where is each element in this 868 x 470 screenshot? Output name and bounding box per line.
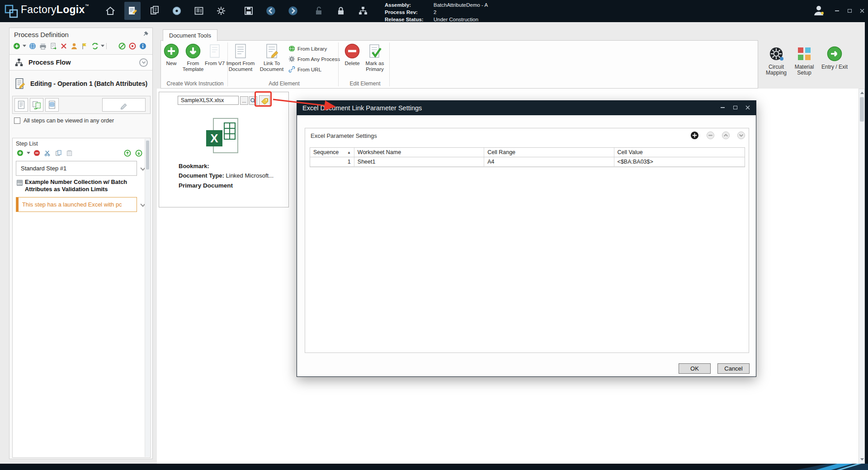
move-step-down-button[interactable] [134, 149, 143, 157]
process-flow-expand-button[interactable] [139, 58, 148, 67]
add-operation-button[interactable] [12, 42, 21, 50]
dialog-restore-button[interactable] [731, 104, 739, 111]
add-dropdown-caret[interactable] [23, 45, 26, 47]
link-to-document-label: Link To Document [257, 61, 286, 72]
dialog-titlebar[interactable]: Excel Document Link Parameter Settings [297, 101, 756, 115]
order-checkbox-row[interactable]: All steps can be viewed in any order [14, 118, 114, 124]
from-template-button[interactable]: From Template [182, 43, 204, 72]
window-minimize-button[interactable] [832, 7, 842, 15]
refresh-button[interactable] [90, 42, 99, 50]
window-close-button[interactable] [857, 7, 867, 15]
assign-user-button[interactable] [70, 42, 78, 50]
delete-element-button[interactable]: Delete [342, 43, 363, 66]
paste-step-button[interactable] [65, 149, 74, 157]
window-frame-right [865, 22, 868, 464]
left-panel-scrollbar[interactable] [145, 139, 150, 457]
cancel-button[interactable]: Cancel [717, 363, 750, 374]
process-gear-icon [288, 56, 295, 62]
left-panel-scroll-thumb[interactable] [146, 141, 149, 169]
unlock-button[interactable] [311, 2, 327, 20]
entry-exit-button[interactable]: Entry / Exit [818, 45, 851, 70]
disable-step-button[interactable] [118, 42, 126, 50]
mark-as-primary-label: Mark as Primary [363, 61, 387, 72]
process-rev-label: Process Rev: [385, 9, 434, 16]
import-from-document-button[interactable]: Import From Document [226, 43, 255, 72]
column-header-cell-value[interactable]: Cell Value [614, 148, 745, 157]
from-library-button[interactable]: From Library [288, 45, 327, 52]
record-button[interactable] [128, 42, 137, 50]
document-view-button[interactable] [14, 98, 28, 112]
circuit-mapping-button[interactable]: Circuit Mapping [760, 45, 792, 76]
new-document-button[interactable]: New [161, 43, 182, 66]
from-url-button[interactable]: From URL [288, 66, 321, 73]
scroll-down-icon[interactable] [860, 458, 864, 461]
step-item-title[interactable]: Standard Step #1 [16, 161, 137, 176]
main-scroll-thumb[interactable] [860, 97, 864, 122]
ok-button[interactable]: OK [679, 363, 711, 374]
reports-button[interactable] [191, 2, 207, 20]
home-button[interactable] [102, 2, 118, 20]
from-v7-button[interactable]: From V7 [204, 43, 225, 66]
documents-button[interactable] [146, 2, 163, 20]
toolbar-dropdown-caret[interactable] [101, 45, 104, 47]
lock-button[interactable] [333, 2, 349, 20]
window-restore-button[interactable] [844, 7, 854, 15]
move-parameter-down-button[interactable] [737, 131, 745, 140]
from-any-process-button[interactable]: From Any Process [288, 56, 340, 62]
column-header-cell-range[interactable]: Cell Range [484, 148, 614, 157]
pin-button[interactable] [142, 31, 149, 38]
save-button[interactable] [241, 2, 257, 20]
media-button[interactable] [169, 2, 185, 20]
process-tree-button[interactable] [355, 2, 371, 20]
browse-button[interactable]: ... [240, 96, 248, 105]
material-setup-button[interactable]: Material Setup [788, 45, 820, 76]
column-header-sequence[interactable]: Sequence ▲ [310, 148, 354, 157]
user-button[interactable] [812, 4, 826, 17]
info-button[interactable] [138, 42, 147, 50]
bookmark-label: Bookmark: [179, 163, 209, 169]
forward-button[interactable] [285, 2, 301, 20]
flag-button[interactable] [80, 42, 89, 50]
mark-as-primary-button[interactable]: Mark as Primary [363, 43, 387, 72]
remove-step-button[interactable] [33, 149, 41, 157]
document-table-button[interactable] [45, 98, 59, 112]
logo-trademark: ™ [85, 4, 89, 8]
dialog-close-button[interactable] [744, 104, 751, 111]
brand-accent-shapes [769, 464, 868, 470]
copy-step-button[interactable] [54, 149, 63, 157]
back-button[interactable] [263, 2, 279, 20]
document-icon [16, 100, 26, 110]
add-parameter-button[interactable] [690, 131, 699, 140]
remove-button[interactable] [59, 42, 68, 50]
remove-parameter-button[interactable] [706, 131, 715, 140]
scroll-up-icon[interactable] [860, 92, 864, 94]
step-warning-item[interactable]: This step has a launched Excel with pc [16, 197, 137, 212]
order-checkbox[interactable] [14, 118, 20, 124]
export-document-button[interactable] [49, 42, 57, 50]
settings-button[interactable] [213, 2, 229, 20]
release-status-label: Release Status: [385, 16, 434, 23]
process-definition-button[interactable] [124, 2, 141, 20]
entry-exit-icon [826, 45, 843, 62]
edit-step-button[interactable] [102, 98, 146, 112]
link-to-document-button[interactable]: Link To Document [257, 43, 286, 72]
sync-documents-icon [32, 100, 42, 110]
move-parameter-up-button[interactable] [722, 131, 730, 140]
table-row[interactable]: 1 Sheet1 A4 <$BA:BA03$> [310, 157, 745, 167]
user-icon [812, 4, 826, 17]
web-button[interactable] [28, 42, 37, 50]
column-header-worksheet-name[interactable]: Worksheet Name [354, 148, 484, 157]
print-button[interactable] [38, 42, 47, 50]
add-step-button[interactable] [16, 149, 24, 157]
dialog-minimize-button[interactable] [719, 104, 726, 111]
tab-document-tools[interactable]: Document Tools [163, 29, 217, 41]
main-vertical-scrollbar[interactable] [859, 89, 865, 464]
step-item-description[interactable]: Example Number Collection w/ Batch Attri… [25, 179, 141, 193]
document-filename-input[interactable] [178, 96, 239, 105]
add-step-caret[interactable] [27, 152, 30, 154]
move-step-up-button[interactable] [123, 149, 132, 157]
logo-factory: Factory [21, 4, 57, 15]
cut-step-button[interactable] [43, 149, 52, 157]
document-sync-button[interactable] [30, 98, 43, 112]
process-flow-row[interactable]: Process Flow [9, 54, 152, 70]
